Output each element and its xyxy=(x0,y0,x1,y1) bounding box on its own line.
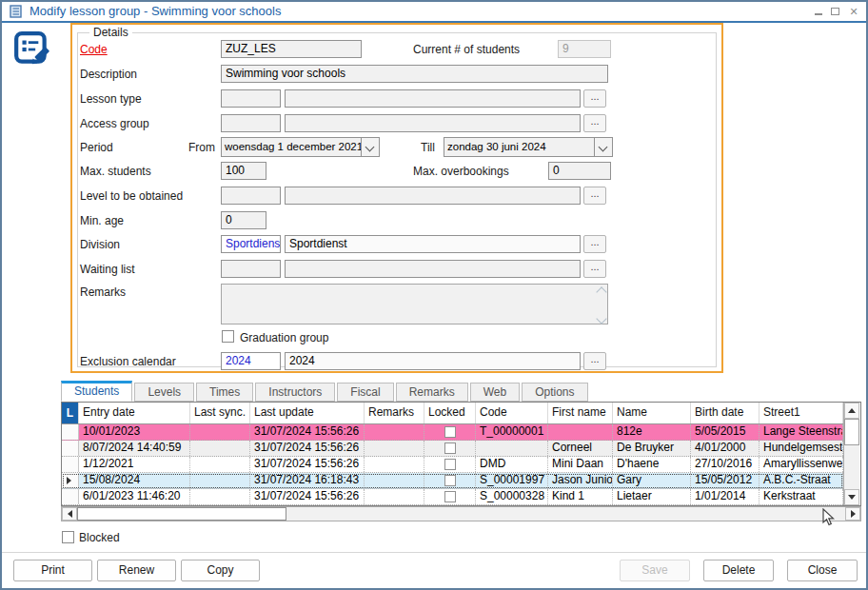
maximize-icon[interactable] xyxy=(828,4,843,19)
exclusion-calendar-code-input[interactable]: 2024 xyxy=(221,352,281,370)
lesson-type-code-input[interactable] xyxy=(221,89,281,108)
delete-button[interactable]: Delete xyxy=(703,560,774,581)
chevron-down-icon[interactable] xyxy=(361,138,379,156)
vertical-scrollbar[interactable] xyxy=(843,403,859,505)
scroll-left-button[interactable] xyxy=(62,507,77,521)
tab-instructors[interactable]: Instructors xyxy=(255,383,335,402)
waiting-list-code-input[interactable] xyxy=(221,260,281,278)
exclusion-calendar-browse-button[interactable]: ... xyxy=(583,352,606,370)
column-header-locked[interactable]: Locked xyxy=(424,403,476,423)
tab-students[interactable]: Students xyxy=(61,381,132,402)
access-group-browse-button[interactable]: ... xyxy=(583,114,606,132)
scroll-right-button[interactable] xyxy=(845,507,860,521)
copy-button[interactable]: Copy xyxy=(181,560,260,581)
column-header-street1[interactable]: Street1 xyxy=(760,403,843,423)
period-till-dropdown[interactable]: zondag 30 juni 2024 xyxy=(444,137,613,157)
cell-last-update: 31/07/2024 15:56:26 xyxy=(250,441,365,456)
save-button: Save xyxy=(620,560,690,581)
max-overbookings-label: Max. overbookings xyxy=(413,165,509,178)
access-group-name-input[interactable] xyxy=(285,114,581,132)
locked-checkbox[interactable] xyxy=(444,491,456,502)
cell-code: DMD xyxy=(476,457,548,472)
column-header-birth-date[interactable]: Birth date xyxy=(691,403,760,423)
lesson-type-browse-button[interactable]: ... xyxy=(583,89,606,108)
student-row-4[interactable]: 15/08/202431/07/2024 16:18:43S_00001997J… xyxy=(62,473,843,489)
division-name-input[interactable]: Sportdienst xyxy=(285,235,581,253)
level-name-input[interactable] xyxy=(285,187,581,205)
min-age-input[interactable]: 0 xyxy=(221,211,266,229)
remarks-label: Remarks xyxy=(80,285,126,299)
cell-locked xyxy=(424,473,476,488)
student-row-2[interactable]: 8/07/2024 14:40:5931/07/2024 15:56:26Cor… xyxy=(62,441,843,457)
scroll-down-button[interactable] xyxy=(844,489,859,505)
student-row-5[interactable]: 6/01/2023 11:46:2031/07/2024 15:56:26S_0… xyxy=(62,489,843,505)
vertical-scroll-thumb[interactable] xyxy=(844,419,859,445)
description-input[interactable]: Swimming voor schools xyxy=(221,65,608,83)
tab-options[interactable]: Options xyxy=(522,383,587,402)
exclusion-calendar-name-input[interactable]: 2024 xyxy=(285,352,581,370)
column-header-remarks[interactable]: Remarks xyxy=(365,403,424,423)
cell-name: Lietaer xyxy=(613,489,691,504)
horizontal-scroll-thumb[interactable] xyxy=(77,507,286,521)
tab-web[interactable]: Web xyxy=(470,383,520,402)
cell-last-sync xyxy=(190,424,250,440)
chevron-down-icon[interactable] xyxy=(594,138,612,156)
horizontal-scrollbar[interactable] xyxy=(61,506,861,521)
description-label: Description xyxy=(80,68,137,81)
close-button[interactable]: Close xyxy=(787,560,858,581)
details-legend: Details xyxy=(89,26,132,39)
cell-name: 812e xyxy=(613,424,691,440)
column-header-last-update[interactable]: Last update xyxy=(250,403,365,423)
tab-remarks[interactable]: Remarks xyxy=(396,383,468,402)
cell-locked xyxy=(424,457,476,472)
window-title: Modify lesson group - Swimming voor scho… xyxy=(30,4,281,18)
code-label[interactable]: Code xyxy=(80,43,108,56)
waiting-list-browse-button[interactable]: ... xyxy=(583,260,606,278)
locked-checkbox[interactable] xyxy=(444,442,456,454)
column-header-last-sync[interactable]: Last sync. xyxy=(190,403,250,423)
locked-checkbox[interactable] xyxy=(444,426,456,438)
access-group-code-input[interactable] xyxy=(221,114,281,132)
division-code-input[interactable]: Sportdiens xyxy=(221,235,281,253)
print-button[interactable]: Print xyxy=(13,560,92,581)
tab-times[interactable]: Times xyxy=(196,383,253,402)
code-input[interactable]: ZUZ_LES xyxy=(221,40,362,58)
student-row-1[interactable]: 10/01/202331/07/2024 15:56:26T_000000018… xyxy=(62,424,843,441)
row-header-cell[interactable] xyxy=(62,457,79,472)
division-browse-button[interactable]: ... xyxy=(583,235,606,253)
graduation-group-checkbox[interactable] xyxy=(222,330,234,343)
column-header-first-name[interactable]: First name xyxy=(548,403,613,423)
row-header-cell[interactable] xyxy=(62,489,79,504)
cell-remarks xyxy=(365,489,424,504)
max-overbookings-input[interactable]: 0 xyxy=(548,162,611,180)
cell-birth-date: 4/01/2000 xyxy=(691,441,760,456)
tab-levels[interactable]: Levels xyxy=(134,383,194,402)
cell-locked xyxy=(424,424,476,440)
level-code-input[interactable] xyxy=(221,187,281,205)
cell-last-update: 31/07/2024 15:56:26 xyxy=(250,424,365,440)
level-browse-button[interactable]: ... xyxy=(583,187,606,205)
row-header-column-button[interactable]: L xyxy=(62,403,79,423)
tab-fiscal[interactable]: Fiscal xyxy=(337,383,393,402)
row-header-cell[interactable] xyxy=(62,441,79,456)
row-header-cell[interactable] xyxy=(62,424,79,440)
student-row-3[interactable]: 1/12/202131/07/2024 15:56:26DMDMini Daan… xyxy=(62,457,843,473)
column-header-code[interactable]: Code xyxy=(476,403,548,423)
blocked-checkbox[interactable] xyxy=(62,531,74,543)
close-icon[interactable]: ✕ xyxy=(846,4,861,19)
scroll-up-button[interactable] xyxy=(844,403,859,419)
renew-button[interactable]: Renew xyxy=(97,560,176,581)
cell-street1: A.B.C.-Straat xyxy=(760,473,843,488)
column-header-name[interactable]: Name xyxy=(613,403,691,423)
locked-checkbox[interactable] xyxy=(444,475,456,486)
current-row-indicator[interactable] xyxy=(62,473,79,488)
minimize-icon[interactable] xyxy=(811,4,826,19)
lesson-type-name-input[interactable] xyxy=(285,89,581,108)
waiting-list-name-input[interactable] xyxy=(285,260,581,278)
locked-checkbox[interactable] xyxy=(444,459,456,470)
remarks-textarea[interactable] xyxy=(221,284,608,324)
period-from-dropdown[interactable]: woensdag 1 december 2021 xyxy=(221,137,380,157)
max-students-input[interactable]: 100 xyxy=(221,162,266,180)
column-header-entry-date[interactable]: Entry date xyxy=(79,403,190,423)
graduation-group-label: Graduation group xyxy=(240,331,328,344)
